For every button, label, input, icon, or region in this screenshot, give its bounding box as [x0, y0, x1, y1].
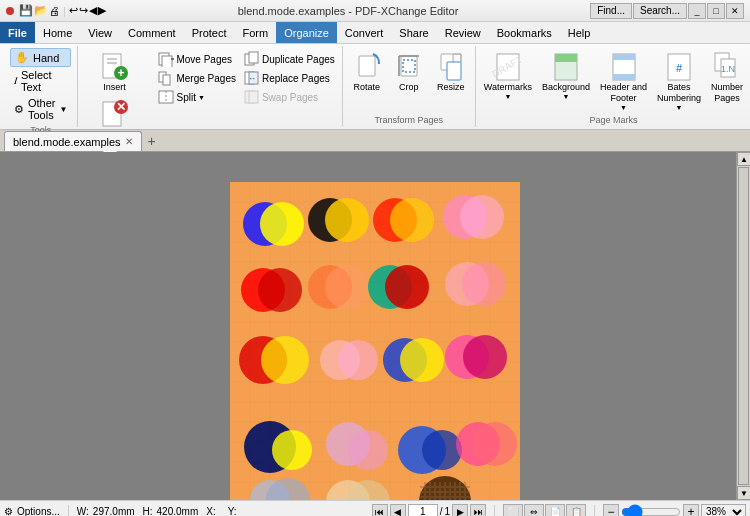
page-separator: /	[440, 506, 443, 516]
zoom-in-btn[interactable]: +	[683, 504, 699, 517]
menu-comment[interactable]: Comment	[120, 22, 184, 43]
replace-icon: ↔	[244, 70, 260, 86]
number-pages-btn[interactable]: 1.N NumberPages	[707, 48, 747, 106]
select-text-btn[interactable]: 𝐼 Select Text	[10, 67, 71, 95]
crop-btn[interactable]: Crop	[389, 48, 429, 95]
ribbon-group-pagemarks: DRAFT Watermarks ▼ Background ▼	[476, 46, 750, 127]
print-btn[interactable]: 🖨	[49, 5, 60, 17]
tools-icon: ⚙	[14, 103, 24, 116]
scroll-down-btn[interactable]: ▼	[737, 486, 750, 500]
rotate-label: Rotate	[354, 82, 381, 93]
single-page-btn[interactable]: 📄	[545, 504, 565, 517]
quick-access-toolbar[interactable]: 💾 📂 🖨 | ↩ ↪ ◀ ▶	[6, 4, 106, 17]
menu-home[interactable]: Home	[35, 22, 80, 43]
svg-point-88	[325, 265, 369, 309]
move-icon	[158, 51, 174, 67]
find-button[interactable]: Find...	[590, 3, 632, 19]
move-pages-btn[interactable]: Move Pages	[155, 50, 238, 68]
tab-label: blend.mode.examples	[13, 136, 121, 148]
two-page-btn[interactable]: 📋	[566, 504, 586, 517]
svg-text:1.N: 1.N	[721, 64, 735, 74]
header-footer-btn[interactable]: Header andFooter ▼	[596, 48, 651, 113]
zoom-slider[interactable]	[621, 505, 681, 517]
scroll-up-btn[interactable]: ▲	[737, 152, 750, 166]
status-div2	[494, 505, 495, 517]
menu-form[interactable]: Form	[235, 22, 277, 43]
minimize-btn[interactable]: _	[688, 3, 706, 19]
window-controls[interactable]: Find... Search... _ □ ✕	[590, 3, 744, 19]
first-page-btn[interactable]: ⏮	[372, 504, 388, 517]
svg-point-96	[338, 340, 378, 380]
menu-convert[interactable]: Convert	[337, 22, 392, 43]
replace-pages-label: Replace Pages	[262, 73, 330, 84]
svg-point-90	[385, 265, 429, 309]
merge-pages-label: Merge Pages	[176, 73, 235, 84]
resize-btn[interactable]: Resize	[431, 48, 471, 95]
svg-rect-41	[613, 74, 635, 80]
move-pages-label: Move Pages	[176, 54, 232, 65]
back-btn[interactable]: ◀	[89, 4, 97, 17]
rotate-btn[interactable]: Rotate	[347, 48, 387, 95]
open-btn[interactable]: 📂	[34, 4, 48, 17]
menu-help[interactable]: Help	[560, 22, 599, 43]
svg-point-106	[422, 430, 462, 470]
split-btn[interactable]: Split ▼	[155, 88, 238, 106]
menu-share[interactable]: Share	[391, 22, 436, 43]
fit-page-btn[interactable]: ⬜	[503, 504, 523, 517]
window-title: blend.mode.examples - PDF-XChange Editor	[106, 5, 590, 17]
menu-review[interactable]: Review	[437, 22, 489, 43]
zoom-select[interactable]: 38% 50% 75% 100% 150%	[701, 504, 746, 517]
tab-close-btn[interactable]: ✕	[125, 136, 133, 147]
rotate-icon	[351, 50, 383, 82]
duplicate-pages-btn[interactable]: Duplicate Pages	[241, 50, 338, 68]
status-div1	[68, 505, 69, 517]
options-section: ⚙ Options...	[4, 506, 60, 516]
split-label: Split	[176, 92, 195, 103]
other-tools-btn[interactable]: ⚙ Other Tools ▼	[10, 95, 71, 123]
forward-btn[interactable]: ▶	[98, 4, 106, 17]
last-page-btn[interactable]: ⏭	[470, 504, 486, 517]
watermarks-btn[interactable]: DRAFT Watermarks ▼	[480, 48, 536, 102]
hand-tool-btn[interactable]: ✋ Hand	[10, 48, 71, 67]
fit-width-btn[interactable]: ⇔	[524, 504, 544, 517]
next-page-btn[interactable]: ▶	[452, 504, 468, 517]
other-tools-label: Other Tools	[28, 97, 56, 121]
ribbon-group-transform: Rotate Crop	[343, 46, 476, 127]
svg-text:+: +	[118, 66, 125, 80]
insert-btn[interactable]: + Insert	[82, 48, 146, 95]
document-tab[interactable]: blend.mode.examples ✕	[4, 131, 142, 151]
redo-btn[interactable]: ↪	[79, 4, 88, 17]
undo-btn[interactable]: ↩	[69, 4, 78, 17]
tab-bar: blend.mode.examples ✕ +	[0, 130, 750, 152]
menu-bookmarks[interactable]: Bookmarks	[489, 22, 560, 43]
save-btn[interactable]: 💾	[19, 4, 33, 17]
swap-pages-btn[interactable]: Swap Pages	[241, 88, 338, 106]
split-dropdown-icon: ▼	[198, 94, 205, 101]
close-btn[interactable]: ✕	[726, 3, 744, 19]
options-btn[interactable]: Options...	[17, 506, 60, 516]
menu-view[interactable]: View	[80, 22, 120, 43]
bates-icon: #	[663, 50, 695, 82]
document-view[interactable]	[0, 152, 750, 500]
watermarks-label: Watermarks	[484, 82, 532, 93]
zoom-out-btn[interactable]: −	[603, 504, 619, 517]
menu-protect[interactable]: Protect	[184, 22, 235, 43]
background-btn[interactable]: Background ▼	[538, 48, 594, 102]
search-button[interactable]: Search...	[633, 3, 687, 19]
pagemarks-group-label: Page Marks	[480, 113, 747, 125]
vertical-scrollbar[interactable]: ▲ ▼	[736, 152, 750, 500]
bates-btn[interactable]: # BatesNumbering ▼	[653, 48, 705, 113]
new-tab-btn[interactable]: +	[142, 131, 162, 151]
svg-text:✕: ✕	[116, 100, 126, 114]
replace-pages-btn[interactable]: ↔ Replace Pages	[241, 69, 338, 87]
maximize-btn[interactable]: □	[707, 3, 725, 19]
cursor-icon: 𝐼	[14, 75, 17, 87]
prev-page-btn[interactable]: ◀	[390, 504, 406, 517]
current-page-input[interactable]	[408, 504, 438, 517]
menu-file[interactable]: File	[0, 22, 35, 43]
swap-pages-label: Swap Pages	[262, 92, 318, 103]
scroll-thumb[interactable]	[738, 167, 749, 485]
menu-organize[interactable]: Organize	[276, 22, 337, 43]
pages-col2: Move Pages Merge Pages	[155, 48, 238, 106]
merge-pages-btn[interactable]: Merge Pages	[155, 69, 238, 87]
